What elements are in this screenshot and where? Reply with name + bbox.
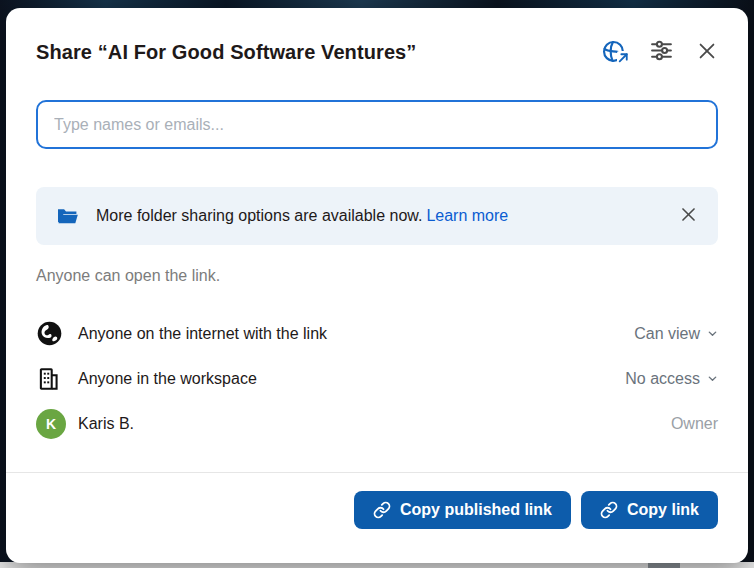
share-dialog: Share “AI For Good Software Ventures” [6,8,748,563]
footer-divider [6,472,748,473]
close-dialog-button[interactable] [696,40,718,65]
dialog-title: Share “AI For Good Software Ventures” [36,41,601,64]
internet-permission-dropdown[interactable]: Can view [634,325,718,343]
access-row-workspace: Anyone in the workspace No access [36,356,718,401]
copy-published-link-button[interactable]: Copy published link [354,491,571,529]
dismiss-banner-button[interactable] [679,205,698,227]
copy-link-label: Copy link [627,501,699,519]
publish-to-web-button[interactable] [601,39,627,65]
copy-link-button[interactable]: Copy link [581,491,718,529]
chevron-down-icon [707,325,718,343]
link-icon [373,501,391,519]
link-icon [600,501,618,519]
banner-message: More folder sharing options are availabl… [96,207,663,225]
header-icons [601,38,718,66]
close-icon [679,205,698,227]
globe-arrow-icon [601,39,627,65]
invite-people-input[interactable] [36,100,718,149]
dialog-footer: Copy published link Copy link [36,491,718,539]
banner-message-text: More folder sharing options are availabl… [96,207,422,224]
workspace-permission-dropdown[interactable]: No access [625,370,718,388]
share-settings-button[interactable] [649,38,674,66]
copy-published-link-label: Copy published link [400,501,552,519]
dialog-header: Share “AI For Good Software Ventures” [36,38,718,66]
owner-role-label: Owner [671,415,718,433]
folder-sharing-banner: More folder sharing options are availabl… [36,187,718,245]
learn-more-link[interactable]: Learn more [426,207,508,224]
access-list: Anyone on the internet with the link Can… [36,311,718,446]
access-row-owner: K Karis B. Owner [36,401,718,446]
sliders-icon [649,38,674,66]
building-icon [36,366,66,392]
avatar: K [36,409,66,439]
link-status-text: Anyone can open the link. [36,267,718,285]
access-row-label: Anyone on the internet with the link [78,325,634,343]
chevron-down-icon [707,370,718,388]
avatar-initial: K [36,409,66,439]
permission-value: No access [625,370,700,388]
access-row-label: Karis B. [78,415,671,433]
open-folder-icon [56,204,80,228]
access-row-label: Anyone in the workspace [78,370,625,388]
access-row-internet: Anyone on the internet with the link Can… [36,311,718,356]
globe-filled-icon [36,320,66,347]
permission-value: Can view [634,325,700,343]
close-icon [696,40,718,65]
